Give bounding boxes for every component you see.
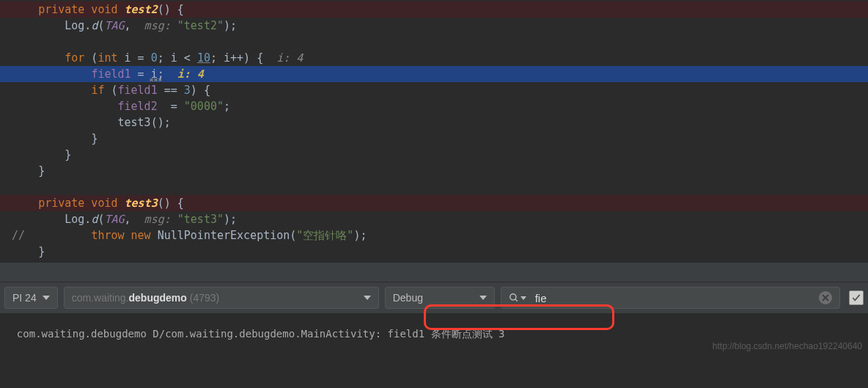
code-line: Log.d(TAG, msg: "test3");: [0, 211, 868, 227]
log-level-label: Debug: [393, 292, 423, 304]
code-line: if (field1 == 3) {: [0, 82, 868, 98]
chevron-down-icon: [479, 296, 487, 300]
svg-line-1: [515, 299, 517, 301]
logcat-toolbar: PI 24 com.waiting.debugdemo (4793) Debug: [0, 282, 868, 313]
code-line: // throw new NullPointerException("空指针咯"…: [0, 227, 868, 244]
process-selector[interactable]: com.waiting.debugdemo (4793): [64, 287, 379, 309]
code-line: }: [0, 131, 868, 147]
code-line: Log.d(TAG, msg: "test2");: [0, 18, 868, 34]
code-editor[interactable]: private void test2() { Log.d(TAG, msg: "…: [0, 0, 868, 260]
process-label: com.waiting.debugdemo (4793): [72, 292, 220, 304]
code-line: [0, 179, 868, 195]
log-level-selector[interactable]: Debug: [385, 287, 495, 309]
check-icon: [851, 293, 861, 303]
clear-search-button[interactable]: [819, 291, 832, 304]
chevron-down-icon: [43, 296, 50, 300]
code-line: }: [0, 244, 868, 260]
code-line: private void test2() {: [0, 1, 868, 18]
close-icon: [822, 294, 829, 301]
chevron-down-icon: [364, 296, 371, 300]
search-input[interactable]: [535, 292, 813, 304]
api-label: PI 24: [12, 292, 37, 304]
search-field-container: [501, 287, 840, 309]
current-execution-line: field1 = i; i: 4: [0, 66, 868, 82]
search-icon[interactable]: [509, 293, 526, 303]
code-line: }: [0, 163, 868, 179]
watermark-text: http://blog.csdn.net/hechao192240640: [713, 341, 862, 351]
code-line: }: [0, 147, 868, 163]
api-selector[interactable]: PI 24: [4, 287, 58, 309]
code-line: field2 = "0000";: [0, 98, 868, 114]
chevron-down-icon: [521, 296, 526, 300]
code-line: [0, 34, 868, 50]
code-line: for (int i = 0; i < 10; i++) { i: 4: [0, 50, 868, 66]
regex-checkbox[interactable]: [849, 290, 864, 305]
code-line: test3();: [0, 114, 868, 131]
log-line: com.waiting.debugdemo D/com.waiting.debu…: [17, 328, 505, 340]
svg-point-0: [510, 294, 515, 300]
code-line: private void test3() {: [0, 195, 868, 211]
